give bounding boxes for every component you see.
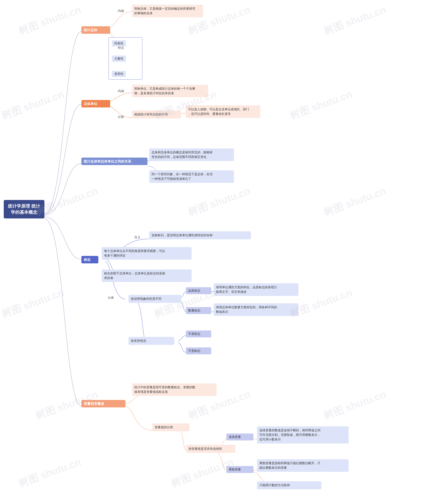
label-anshizhi: 按说明现象的性质不同 [128, 295, 181, 303]
content-pinzhi: 表明单位属性方面的特征，品质标志的表现只能用文字、语言来描述 [214, 283, 298, 296]
node-tongjizongti: 统计总体 [81, 26, 110, 34]
center-label: 统计学原理 统计学的基本概念 [8, 204, 40, 215]
node-biaozhi: 标志 [81, 256, 98, 263]
label-fenlei-bz: 分类 [108, 296, 114, 300]
node-lisan: 离散变量 [226, 466, 253, 473]
content-lisan2: 只能用计数的方法取得 [257, 481, 321, 489]
content-shuliang: 表明总体单位数量方面特征的，用各种不同的数值表示 [214, 303, 298, 316]
label-neirong2: 内涵 [118, 89, 124, 93]
mind-map: 统计学原理 统计学的基本概念 统计总体 内涵 简称总体，它是根据一定目的确定的所… [0, 0, 434, 504]
content-lianxu: 连续变量的数值是连续不断的，相邻两值之间可作无限分割，无限取值，既可用整数表示，… [257, 426, 349, 443]
label-bianliang-fenlei: 变量值的分类 [152, 423, 190, 431]
content-neirong2: 简称单位，它是构成统计总体的每一个个别事物，是各项统计特征的承担者 [132, 85, 208, 97]
label-anlianxu: 按变量值是否具有连续性 [186, 445, 235, 453]
content-neirong1: 简称总体，它是根据一定目的确定的所要研究的事物的全体 [132, 5, 203, 17]
node-bianliang: 变量和变量值 [81, 400, 126, 407]
node-pinzhi: 品质标志 [186, 287, 211, 294]
node-guanxi: 统计总体和总体单位之间的关系 [81, 158, 147, 165]
label-hanyi: 含义 [134, 235, 140, 239]
content-biaozhi1: 每个总体单位从不同的角度和要求观察，可以有多个属性特征 [102, 247, 191, 260]
center-title: 统计学原理 统计学的基本概念 [4, 200, 45, 218]
label-anbiany: 按变异情况 [128, 337, 174, 345]
node-zongtidanwei: 总体单位 [81, 100, 110, 108]
item-daliangxing: 大量性 [112, 56, 126, 62]
content-fenlei: 可以是人或物，可以是企业单位或地区、部门，也可以是时间、重量或长度等 [186, 105, 260, 118]
watermark-layer: 树图 shutu.cn 树图 shutu.cn 树图 shutu.cn 树图 s… [0, 0, 434, 504]
node-shuliang: 数量标志 [186, 307, 211, 314]
content-guanxi1: 总体和总体单位的概念是相对而言的，随着研究目的的不同，总体范围不同而相互变化 [149, 148, 234, 161]
content-guanxi2: 同一个研究对象，在一种情况下是总体，在另一种情况下可能就变成单位了 [149, 170, 234, 183]
label-fenlei: 分类 [118, 115, 124, 119]
node-bubian: 不变标志 [186, 331, 211, 337]
node-lianxu: 连续变量 [226, 433, 253, 441]
item-tongzhixing: 同质性 [112, 40, 126, 46]
connector-lines [0, 0, 434, 504]
content-bianliang-desc: 统计中的变量是指可变的数量标志、变量的数值表现是变量值或标志值 [132, 383, 217, 396]
content-fenlei-label: 根据统计研究目的的不同 [132, 110, 181, 118]
content-hanyi: 也称标识，是说明总体单位属性或特征的名称 [149, 231, 251, 239]
node-kebian: 可变标志 [186, 347, 211, 354]
content-lisan1: 离散变量是指相邻两值只能以整数位断开，只能以整数表示的变量 [257, 459, 349, 472]
item-bianyixing: 变异性 [112, 71, 126, 77]
label-neirong1: 内涵 [118, 9, 124, 13]
content-biaozhi2: 标志依附于总体单位，总体单位是标志的直接承担者 [102, 270, 191, 282]
